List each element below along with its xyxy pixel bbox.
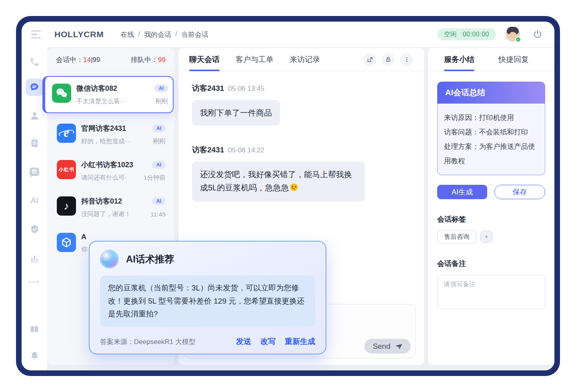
conversation-stats: 会话中：14|99 排队中：99 xyxy=(47,48,174,70)
send-suggestion-link[interactable]: 发送 xyxy=(236,336,251,347)
send-button[interactable]: Send xyxy=(364,339,411,354)
app-window-frame: HOLLYCRM 在线 / 我的会话 / 当前会话 空闲 00:00:00 ✓ xyxy=(16,16,560,376)
ai-orb-icon xyxy=(100,250,119,268)
ai-popup-title: AI话术推荐 xyxy=(126,253,174,266)
session-notes-input[interactable] xyxy=(437,275,545,309)
add-tag-button[interactable]: + xyxy=(480,231,492,243)
ai-nav-icon[interactable]: AI xyxy=(29,195,40,206)
breadcrumb: 在线 / 我的会话 / 当前会话 xyxy=(120,30,208,39)
tab-customer-ticket[interactable]: 客户与工单 xyxy=(236,48,274,71)
xiaohongshu-icon: 小红书 xyxy=(57,160,76,179)
breadcrumb-item-online[interactable]: 在线 xyxy=(120,30,134,39)
tab-visit-history[interactable]: 来访记录 xyxy=(290,48,320,71)
message-bubble: 还没发货吧，我好像买错了，能马上帮我换成5L的豆浆机吗，急急急 xyxy=(192,162,365,202)
message-sender: 访客2431 xyxy=(192,145,224,155)
phone-icon[interactable] xyxy=(29,57,40,67)
conversation-list: 微信访客082 AI 不太清楚怎么装··· 刚刚 e xyxy=(47,70,174,261)
summary-line: 访客问题：不会装纸和打印 xyxy=(444,125,538,140)
message-time: 05-06 13:45 xyxy=(228,85,264,93)
service-summary-panel: 服务小结 快捷回复 AI会话总结 来访原因：打印机使用 访客问题：不会装纸和打印… xyxy=(428,48,554,365)
ai-generate-button[interactable]: AI生成 xyxy=(437,185,487,199)
bell-icon[interactable] xyxy=(29,350,40,361)
breadcrumb-item-current-session[interactable]: 当前会话 xyxy=(181,30,208,39)
online-check-icon: ✓ xyxy=(515,36,521,42)
conversation-name: 微信访客082 xyxy=(76,84,117,93)
conversation-item-douyin[interactable]: ♪ 抖音访客012 AI 没问题了，谢谢！ 11:45 xyxy=(52,189,170,226)
ai-answer-source: 答案来源：DeepseekR1 大模型 xyxy=(100,337,196,346)
active-count: 14 xyxy=(83,56,91,64)
yue-bubble-icon[interactable]: 悦 xyxy=(29,166,40,177)
crm-app: HOLLYCRM 在线 / 我的会话 / 当前会话 空闲 00:00:00 ✓ xyxy=(22,22,554,370)
message-sender: 访客2431 xyxy=(192,83,224,94)
douyin-icon: ♪ xyxy=(57,196,76,216)
conversation-item-web[interactable]: e 官网访客2431 AI 好的，给您造成··· 刚刚 xyxy=(52,116,170,153)
conversation-time: 刚刚 xyxy=(156,97,168,106)
ai-summary-title: AI会话总结 xyxy=(437,82,545,104)
status-timer: 00:00:00 xyxy=(463,31,489,38)
menu-icon[interactable] xyxy=(31,30,41,39)
save-button[interactable]: 保存 xyxy=(494,185,545,199)
conversation-name: 小红书访客1023 xyxy=(81,160,133,170)
conversation-name: 官网访客2431 xyxy=(81,124,126,133)
ellipsis-icon[interactable]: ••• xyxy=(29,278,40,285)
conversation-time: 刚刚 xyxy=(153,137,166,146)
browser-icon: e xyxy=(57,124,76,143)
paper-plane-icon xyxy=(394,342,403,351)
clipboard-icon[interactable] xyxy=(29,138,40,148)
book-icon[interactable] xyxy=(29,324,40,334)
tab-chat-session[interactable]: 聊天会话 xyxy=(189,48,220,71)
message-time: 05-06 14:22 xyxy=(228,146,264,154)
kebab-menu-icon[interactable] xyxy=(400,53,413,66)
contacts-icon[interactable] xyxy=(29,110,40,121)
lock-icon[interactable] xyxy=(382,53,395,66)
queue-count: 99 xyxy=(158,56,166,64)
conversation-name: A xyxy=(81,233,86,241)
avatar[interactable]: ✓ xyxy=(506,27,520,42)
cube-app-icon xyxy=(57,233,76,252)
conversation-time: 1分钟前 xyxy=(144,174,166,182)
ai-suggestion-popup: AI话术推荐 您的豆浆机（当前型号：3L）尚未发货，可以立即为您修改！更换到 5… xyxy=(89,241,326,354)
tag-after-sales[interactable]: 售后咨询 xyxy=(437,230,476,244)
session-tags-title: 会话标签 xyxy=(437,214,545,224)
session-notes-title: 会话备注 xyxy=(437,259,545,268)
ai-summary-content: 来访原因：打印机使用 访客问题：不会装纸和打印 处理方案：为客户推送产品使用教程 xyxy=(437,104,545,175)
shield-check-icon[interactable] xyxy=(29,224,40,234)
conversation-item-xiaohongshu[interactable]: 小红书 小红书访客1023 AI 请问还有什么可· 1分钟前 xyxy=(52,153,170,189)
message-group: 访客2431 05-06 14:22 还没发货吧，我好像买错了，能马上帮我换成5… xyxy=(192,145,410,202)
ai-badge: AI xyxy=(152,124,166,132)
conversation-preview: 好的，给您造成··· xyxy=(81,137,150,146)
rewrite-link[interactable]: 改写 xyxy=(260,336,276,347)
conversation-item-wechat[interactable]: 微信访客082 AI 不太清楚怎么装··· 刚刚 xyxy=(42,76,174,113)
breadcrumb-item-my-sessions[interactable]: 我的会话 xyxy=(144,30,171,39)
summary-tabs: 服务小结 快捷回复 xyxy=(428,48,554,71)
share-icon[interactable] xyxy=(363,53,376,66)
chat-nav-active[interactable] xyxy=(26,78,43,96)
ai-badge: AI xyxy=(154,84,168,92)
power-icon[interactable] xyxy=(532,29,543,40)
bar-chart-icon[interactable] xyxy=(29,253,40,263)
conversation-time: 11:45 xyxy=(150,211,166,218)
confounded-emoji-icon xyxy=(290,182,298,195)
chat-tabs: 聊天会话 客户与工单 来访记录 xyxy=(178,48,424,71)
top-header: HOLLYCRM 在线 / 我的会话 / 当前会话 空闲 00:00:00 ✓ xyxy=(22,22,554,47)
conversation-preview: 请问还有什么可· xyxy=(81,174,140,182)
conversation-name: 抖音访客012 xyxy=(81,196,122,206)
wechat-icon xyxy=(52,84,71,103)
summary-line: 来访原因：打印机使用 xyxy=(444,111,538,125)
ai-badge: AI xyxy=(152,197,166,205)
message-group: 访客2431 05-06 13:45 我刚下单了一件商品 xyxy=(192,83,410,126)
conversation-preview: 不太清楚怎么装··· xyxy=(76,97,152,106)
conversation-preview: 没问题了，谢谢！ xyxy=(81,210,147,218)
regenerate-link[interactable]: 重新生成 xyxy=(285,336,315,347)
status-label: 空闲 xyxy=(444,30,457,39)
message-bubble: 我刚下单了一件商品 xyxy=(192,100,280,126)
tab-quick-replies[interactable]: 快捷回复 xyxy=(498,48,529,71)
brand-logo: HOLLYCRM xyxy=(54,30,104,39)
tab-service-summary[interactable]: 服务小结 xyxy=(444,48,474,71)
agent-status-badge[interactable]: 空闲 00:00:00 xyxy=(437,28,496,40)
ai-badge: AI xyxy=(152,161,166,169)
ai-summary-card: AI会话总结 来访原因：打印机使用 访客问题：不会装纸和打印 处理方案：为客户推… xyxy=(437,82,545,175)
summary-line: 处理方案：为客户推送产品使用教程 xyxy=(444,140,538,168)
ai-suggestion-text: 您的豆浆机（当前型号：3L）尚未发货，可以立即为您修改！更换到 5L 型号需要补… xyxy=(100,276,315,327)
